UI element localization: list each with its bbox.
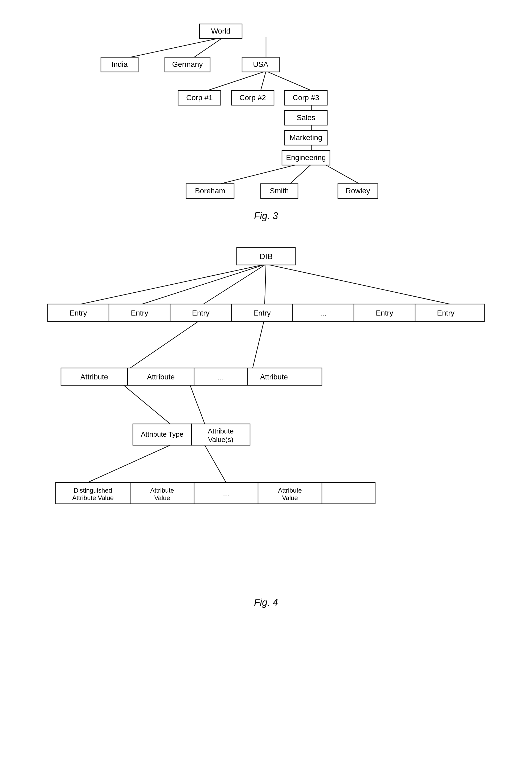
attr1-label: Attribute — [80, 373, 108, 381]
entry1-label: Entry — [70, 309, 87, 317]
attr2-label: Attribute — [147, 373, 175, 381]
svg-line-11 — [290, 164, 311, 184]
dib-label: DIB — [259, 252, 273, 261]
attr-values-line1: Attribute — [208, 427, 234, 435]
fig3-caption: Fig. 3 — [254, 210, 278, 222]
svg-line-28 — [203, 264, 266, 304]
svg-line-33 — [120, 382, 170, 424]
val-dots-label: ... — [223, 490, 229, 498]
svg-line-5 — [266, 71, 311, 91]
engineering-label: Engineering — [286, 153, 326, 162]
attr-val-line1: Attribute — [150, 487, 174, 494]
svg-line-3 — [207, 71, 266, 91]
usa-label: USA — [253, 60, 268, 69]
svg-line-30 — [266, 264, 450, 304]
entry-dots-label: ... — [320, 309, 326, 317]
attr-val2-line2: Value — [282, 494, 298, 501]
corp2-label: Corp #2 — [239, 93, 266, 102]
rowley-label: Rowley — [346, 187, 370, 195]
svg-line-34 — [189, 382, 205, 424]
fig4-diagram: DIB Entry Entry Entry Entry ... Entry En… — [40, 243, 492, 589]
svg-line-10 — [221, 164, 298, 184]
svg-line-32 — [253, 318, 265, 368]
figure-3: World India Germany USA Corp #1 Corp #2 … — [16, 16, 516, 237]
entry5-label: Entry — [376, 309, 393, 317]
distinguished-line1: Distinguished — [74, 487, 112, 494]
attr-type-label: Attribute Type — [141, 430, 184, 438]
figure-4: DIB Entry Entry Entry Entry ... Entry En… — [16, 243, 516, 608]
attr-val-line2: Value — [154, 494, 170, 501]
fig4-caption: Fig. 4 — [254, 597, 278, 608]
india-label: India — [111, 60, 128, 69]
entry6-label: Entry — [437, 309, 454, 317]
entry4-label: Entry — [253, 309, 271, 317]
germany-label: Germany — [172, 60, 203, 69]
boreham-label: Boreham — [195, 187, 225, 195]
svg-line-31 — [130, 318, 203, 368]
svg-line-26 — [81, 264, 266, 304]
svg-line-0 — [130, 37, 223, 57]
svg-line-27 — [142, 264, 266, 304]
svg-line-35 — [88, 445, 170, 482]
corp1-label: Corp #1 — [186, 93, 213, 102]
attr-dots-label: ... — [218, 373, 224, 381]
distinguished-line2: Attribute Value — [72, 494, 114, 501]
attr3-label: Attribute — [260, 373, 288, 381]
marketing-label: Marketing — [290, 134, 322, 142]
svg-line-36 — [205, 445, 226, 482]
smith-label: Smith — [270, 187, 289, 195]
fig3-diagram: World India Germany USA Corp #1 Corp #2 … — [80, 16, 452, 202]
corp3-label: Corp #3 — [293, 93, 319, 102]
entry2-label: Entry — [131, 309, 148, 317]
svg-line-29 — [265, 264, 266, 304]
svg-line-4 — [261, 71, 266, 91]
attr-values-line2: Value(s) — [208, 436, 233, 443]
svg-line-12 — [325, 164, 359, 184]
sales-label: Sales — [297, 113, 315, 122]
entry3-label: Entry — [192, 309, 209, 317]
world-label: World — [211, 27, 231, 35]
attr-val2-line1: Attribute — [278, 487, 302, 494]
